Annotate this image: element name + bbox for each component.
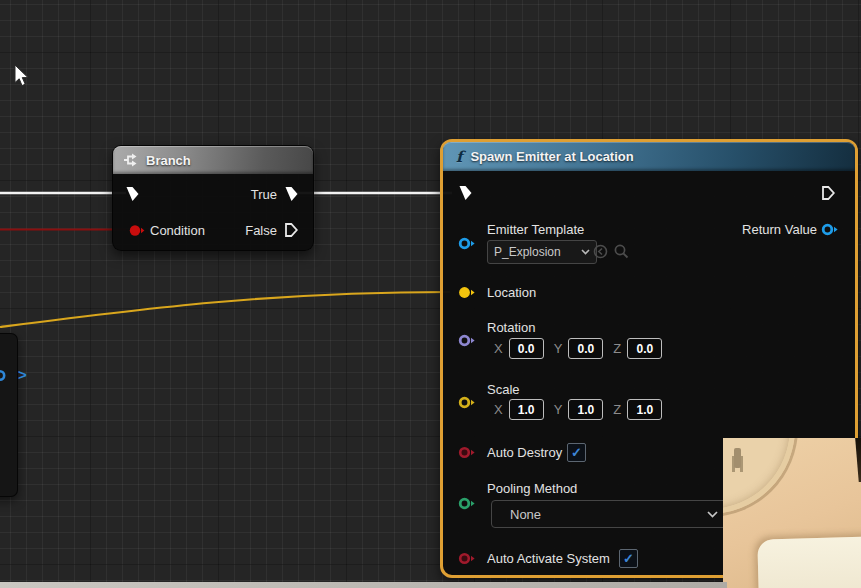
auto-activate-pin[interactable] <box>458 552 476 565</box>
check-icon: ✓ <box>623 552 634 565</box>
scale-x-input[interactable]: 1.0 <box>509 399 544 420</box>
auto-destroy-pin[interactable] <box>458 446 476 459</box>
scale-y-input[interactable]: 1.0 <box>568 399 603 420</box>
branch-true-exec-pin[interactable] <box>285 186 298 202</box>
branch-false-pin-label: False <box>245 223 277 238</box>
rotation-label: Rotation <box>487 320 535 335</box>
spawn-node-header[interactable]: f Spawn Emitter at Location <box>443 142 855 171</box>
pooling-method-dropdown[interactable]: None <box>491 500 731 528</box>
scale-pin[interactable] <box>458 396 476 409</box>
wire-chevron-icon: > <box>18 366 27 383</box>
branch-node-header[interactable]: Branch <box>113 146 313 174</box>
branch-condition-pin[interactable] <box>129 224 145 237</box>
spawn-exec-in-pin[interactable] <box>459 185 472 201</box>
figurine-decoration <box>734 448 741 468</box>
browse-asset-icon[interactable] <box>614 244 629 259</box>
rotation-y-label: Y <box>554 341 563 356</box>
webcam-overlay <box>723 438 861 588</box>
auto-destroy-checkbox[interactable]: ✓ <box>567 443 586 462</box>
location-label: Location <box>487 285 536 300</box>
chevron-down-icon <box>707 511 718 518</box>
scale-z-input[interactable]: 1.0 <box>627 399 662 420</box>
spawn-exec-out-pin[interactable] <box>822 185 835 201</box>
emitter-template-dropdown[interactable]: P_Explosion <box>487 240 597 264</box>
wire-location-yellow <box>0 292 450 327</box>
auto-destroy-label: Auto Destroy <box>487 445 562 460</box>
return-value-pin[interactable] <box>821 223 839 236</box>
check-icon: ✓ <box>571 446 582 459</box>
location-pin[interactable] <box>458 286 476 299</box>
rotation-x-input[interactable]: 0.0 <box>509 338 544 359</box>
rotation-x-label: X <box>494 341 503 356</box>
branch-exec-in-pin[interactable] <box>126 186 139 202</box>
emitter-template-value: P_Explosion <box>494 245 561 259</box>
rotation-value-row: X 0.0 Y 0.0 Z 0.0 <box>494 338 662 359</box>
auto-activate-label: Auto Activate System <box>487 551 610 566</box>
scale-x-label: X <box>494 402 503 417</box>
emitter-template-label: Emitter Template <box>487 222 584 237</box>
branch-node[interactable]: Branch True Condition False <box>112 145 314 251</box>
spawn-node-title: Spawn Emitter at Location <box>470 149 633 164</box>
pooling-method-pin[interactable] <box>458 497 476 510</box>
pooling-method-value: None <box>510 507 541 522</box>
rotation-z-label: Z <box>613 341 621 356</box>
scale-z-label: Z <box>613 402 621 417</box>
scale-label: Scale <box>487 382 520 397</box>
function-icon: f <box>456 148 462 166</box>
branch-icon <box>124 153 139 167</box>
partial-node[interactable] <box>0 333 18 497</box>
scale-y-label: Y <box>554 402 563 417</box>
blueprint-graph-canvas[interactable]: > Branch True Condition False <box>0 0 861 588</box>
partial-node-pin[interactable] <box>0 369 9 382</box>
branch-true-pin-label: True <box>251 187 277 202</box>
window-edge <box>0 582 727 588</box>
use-selected-asset-icon[interactable] <box>593 244 608 259</box>
rotation-z-input[interactable]: 0.0 <box>627 338 662 359</box>
couch-backrest <box>757 536 861 588</box>
pooling-method-label: Pooling Method <box>487 481 577 496</box>
chevron-down-icon <box>581 249 590 255</box>
branch-node-title: Branch <box>146 153 191 168</box>
mouse-cursor <box>13 64 31 88</box>
rotation-pin[interactable] <box>458 334 476 347</box>
branch-false-exec-pin[interactable] <box>285 222 298 238</box>
rotation-y-input[interactable]: 0.0 <box>568 338 603 359</box>
return-value-label: Return Value <box>742 222 817 237</box>
emitter-template-pin[interactable] <box>458 237 476 250</box>
branch-condition-label: Condition <box>150 223 205 238</box>
auto-activate-checkbox[interactable]: ✓ <box>619 549 638 568</box>
scale-value-row: X 1.0 Y 1.0 Z 1.0 <box>494 399 662 420</box>
dark-edge <box>852 438 861 482</box>
